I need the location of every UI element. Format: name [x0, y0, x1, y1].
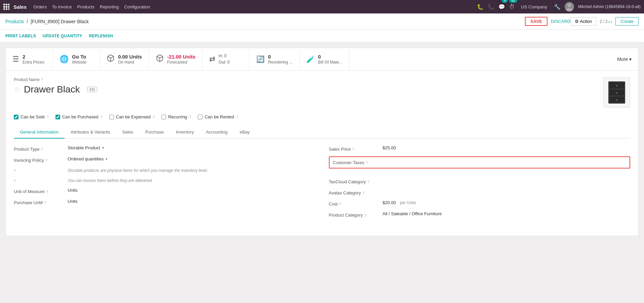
- recurring-checkbox[interactable]: [161, 115, 166, 119]
- tab-purchase[interactable]: Purchase: [139, 126, 170, 139]
- product-category-row: Product Category ? All / Saleable / Offi…: [329, 211, 631, 218]
- can-be-rented-option: Can be Rented ?: [198, 114, 238, 119]
- recurring-option: Recurring ?: [161, 114, 191, 119]
- can-be-expensed-option: Can be Expensed ?: [109, 114, 155, 119]
- invoicing-policy-dropdown-arrow[interactable]: ▾: [106, 157, 107, 161]
- extra-prices-label: Extra Prices: [23, 60, 44, 65]
- unit-of-measure-help[interactable]: ?: [46, 190, 48, 194]
- stat-on-hand[interactable]: 0.00 Units On Hand: [100, 49, 149, 69]
- can-be-rented-checkbox[interactable]: [198, 115, 202, 119]
- stat-bom[interactable]: 🧪 0 Bill Of Mate...: [300, 49, 349, 69]
- svg-rect-2: [8, 4, 9, 5]
- bug-icon[interactable]: 🐛: [477, 4, 484, 10]
- tab-inventory[interactable]: Inventory: [170, 126, 200, 139]
- invoicing-policy-row: Invoicing Policy ? Ordered quantities ▾: [14, 156, 315, 163]
- hint-2-help: ?: [14, 178, 68, 183]
- breadcrumb-parent[interactable]: Products: [5, 19, 24, 24]
- stats-bar: ☰ 2 Extra Prices 🌐 Go To Website: [5, 48, 639, 71]
- apps-grid-icon[interactable]: [3, 4, 9, 10]
- stat-in-out[interactable]: ⇄ In: 0 Out: 0: [202, 48, 250, 70]
- tab-accounting[interactable]: Accounting: [200, 126, 233, 139]
- product-type-select-row: Storable Product ▾: [68, 145, 315, 150]
- svg-rect-0: [3, 4, 5, 5]
- go-to-website-label: Website: [72, 60, 86, 65]
- reordering-value: 0: [268, 54, 293, 60]
- product-type-help[interactable]: ?: [41, 147, 43, 151]
- create-button[interactable]: Create: [615, 17, 639, 26]
- more-button[interactable]: More ▾: [610, 52, 638, 67]
- unit-of-measure-value: Units: [68, 188, 315, 193]
- language-badge[interactable]: EN: [87, 87, 97, 92]
- nav-products[interactable]: Products: [77, 3, 94, 11]
- prev-page-button[interactable]: ‹: [608, 19, 610, 24]
- stat-extra-prices[interactable]: ☰ 2 Extra Prices: [6, 49, 53, 69]
- out-value: 0: [227, 60, 230, 65]
- sales-price-value[interactable]: $25.00: [383, 145, 631, 150]
- hint-2-text: You can invoice them before they are del…: [68, 178, 315, 183]
- nav-to-invoice[interactable]: To Invoice: [52, 3, 72, 11]
- tab-sales[interactable]: Sales: [116, 126, 139, 139]
- can-be-sold-checkbox[interactable]: [14, 115, 18, 119]
- favorite-star-icon[interactable]: ☆: [14, 85, 21, 94]
- save-button[interactable]: SAVE: [525, 17, 547, 26]
- form-left-column: Product Type ? Storable Product ▾ Invoic…: [14, 145, 315, 222]
- stat-reordering[interactable]: 🔄 0 Reordering ...: [250, 49, 300, 69]
- purchase-uom-label: Purchase UoM ?: [14, 199, 68, 205]
- tab-general-information[interactable]: General Information: [14, 126, 65, 139]
- invoicing-policy-label: Invoicing Policy ?: [14, 156, 68, 163]
- top-navigation: Sales Orders To Invoice Products Reporti…: [0, 0, 644, 13]
- svg-rect-4: [6, 6, 7, 8]
- reordering-label: Reordering ...: [268, 60, 293, 65]
- nav-reporting[interactable]: Reporting: [100, 3, 119, 11]
- nav-orders[interactable]: Orders: [33, 3, 47, 11]
- recurring-help[interactable]: ?: [189, 115, 191, 119]
- product-title[interactable]: Drawer Black: [24, 84, 80, 95]
- customer-taxes-help[interactable]: ?: [366, 160, 368, 164]
- can-be-purchased-help[interactable]: ?: [100, 115, 102, 119]
- purchase-uom-help[interactable]: ?: [44, 201, 46, 205]
- clock-icon-wrap[interactable]: ⏱ 42: [509, 4, 515, 10]
- nav-configuration[interactable]: Configuration: [124, 3, 150, 11]
- forecasted-label: Forecasted: [167, 60, 195, 65]
- can-be-sold-help[interactable]: ?: [47, 115, 49, 119]
- phone-icon[interactable]: 📞: [488, 4, 494, 10]
- print-labels-link[interactable]: PRINT LABELS: [5, 34, 36, 38]
- avatax-category-row: Avatax Category ?: [329, 189, 631, 195]
- invoicing-policy-help[interactable]: ?: [45, 158, 47, 162]
- next-page-button[interactable]: ›: [610, 19, 612, 24]
- product-category-label: Product Category ?: [329, 211, 383, 218]
- taxcloud-category-label: TaxCloud Category ?: [329, 178, 383, 184]
- cost-value[interactable]: $20.00: [383, 200, 396, 205]
- can-be-purchased-checkbox[interactable]: [55, 115, 60, 119]
- can-be-expensed-checkbox[interactable]: [109, 115, 114, 119]
- customer-taxes-row: Customer Taxes ?: [329, 156, 631, 173]
- tab-attributes-variants[interactable]: Attributes & Variants: [65, 126, 116, 139]
- action-button[interactable]: ⚙ Action: [570, 17, 596, 26]
- update-quantity-link[interactable]: UPDATE QUANTITY: [43, 34, 82, 38]
- wrench-icon[interactable]: 🔧: [554, 4, 561, 10]
- customer-taxes-box[interactable]: Customer Taxes ?: [329, 156, 631, 168]
- stat-go-to-website[interactable]: 🌐 Go To Website: [53, 49, 100, 69]
- breadcrumb: Products / [FURN_8900] Drawer Black: [5, 19, 521, 24]
- user-name[interactable]: Mitchell Admin (19845894-16-0-all): [578, 4, 641, 9]
- replenish-link[interactable]: REPLENISH: [89, 34, 113, 38]
- tab-ebay[interactable]: eBay: [234, 126, 256, 139]
- discard-button[interactable]: DISCARD: [551, 19, 571, 24]
- user-avatar[interactable]: [565, 2, 574, 11]
- main-content: ☰ 2 Extra Prices 🌐 Go To Website: [0, 42, 644, 241]
- avatax-help[interactable]: ?: [362, 191, 364, 195]
- messages-icon-wrap[interactable]: 💬 9: [498, 4, 505, 10]
- recurring-label: Recurring: [168, 114, 187, 119]
- stat-forecasted[interactable]: -21.00 Units Forecasted: [149, 49, 202, 69]
- can-be-expensed-help[interactable]: ?: [153, 115, 155, 119]
- can-be-rented-help[interactable]: ?: [236, 115, 238, 119]
- taxcloud-help[interactable]: ?: [367, 180, 369, 184]
- product-type-dropdown-arrow[interactable]: ▾: [102, 146, 104, 150]
- in-label: In:: [219, 53, 223, 58]
- page-navigation: 2 / 2 ‹ ›: [600, 19, 612, 24]
- sales-price-help[interactable]: ?: [352, 147, 354, 151]
- bom-label: Bill Of Mate...: [318, 60, 342, 65]
- product-category-help[interactable]: ?: [364, 213, 366, 217]
- product-name-help[interactable]: ?: [41, 78, 43, 82]
- cost-help[interactable]: ?: [339, 202, 341, 206]
